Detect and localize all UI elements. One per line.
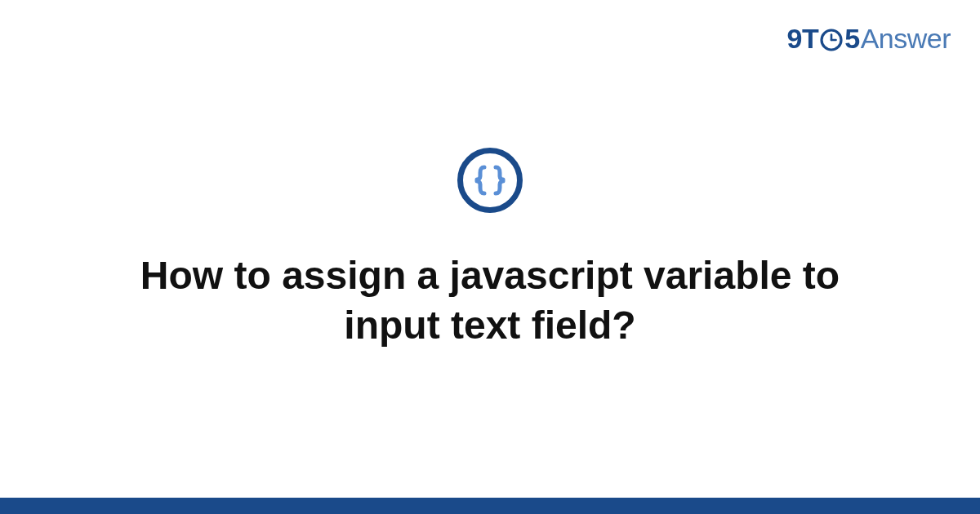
main-content: How to assign a javascript variable to i…	[0, 0, 980, 498]
page-title: How to assign a javascript variable to i…	[82, 250, 898, 351]
code-braces-icon	[457, 148, 523, 213]
footer-bar	[0, 498, 980, 514]
